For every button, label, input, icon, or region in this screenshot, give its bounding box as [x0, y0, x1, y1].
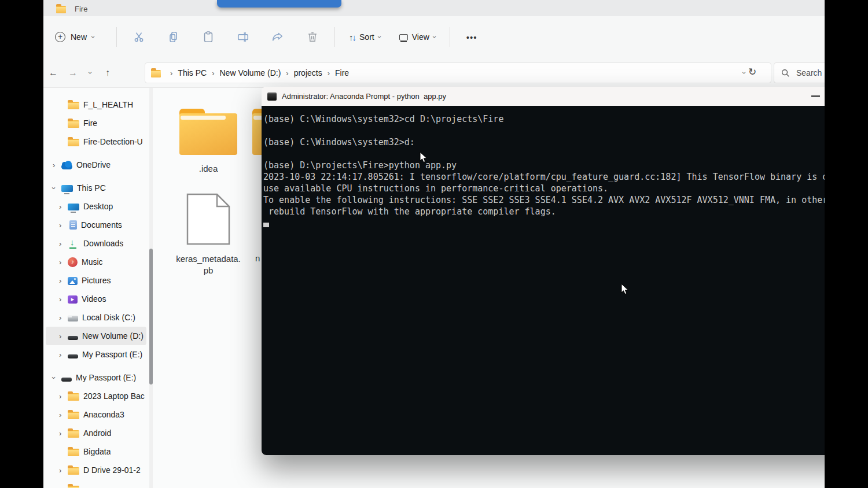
rename-button[interactable] — [236, 30, 250, 44]
sidebar-item-icon — [68, 412, 79, 419]
sidebar-item[interactable]: › Videos — [46, 290, 146, 308]
new-button[interactable]: New › — [55, 32, 94, 42]
sidebar-item[interactable]: › My Passport (E:) — [46, 345, 146, 364]
address-dropdown-chevron[interactable]: › — [740, 72, 748, 74]
terminal-line: (base) C:\Windows\system32>d: — [263, 136, 825, 148]
sidebar-item-label: Anaconda3 — [83, 410, 124, 419]
sidebar-item-label: Documents — [81, 220, 122, 230]
sidebar-item-label: Videos — [82, 294, 106, 304]
expander-chevron-icon[interactable]: › — [59, 313, 68, 322]
breadcrumb-separator: › — [328, 69, 330, 77]
tab-label: Fire — [75, 5, 87, 13]
terminal-output[interactable]: (base) C:\Windows\system32>cd D:\project… — [262, 106, 825, 455]
sidebar-item-icon — [68, 354, 78, 358]
expander-chevron-icon[interactable]: › — [59, 350, 68, 359]
sidebar-item-label: Downloads — [83, 239, 123, 248]
refresh-button[interactable]: ↻ — [748, 66, 756, 78]
expander-chevron-icon[interactable]: › — [59, 276, 68, 285]
minimize-button[interactable] — [811, 95, 820, 97]
sidebar-item[interactable]: › Android — [46, 424, 146, 442]
sidebar-item-label: New Volume (D:) — [82, 331, 144, 341]
sidebar-item-icon — [68, 238, 79, 249]
toolbar-divider — [116, 27, 117, 47]
toolbar-divider — [450, 27, 450, 47]
back-button[interactable]: ← — [43, 68, 63, 78]
sidebar-item-icon — [68, 316, 78, 321]
expander-chevron-icon[interactable]: › — [59, 295, 68, 304]
expander-chevron-icon[interactable]: › — [53, 161, 61, 169]
search-placeholder: Search — [796, 68, 822, 77]
folder-idea[interactable]: .idea — [174, 109, 243, 175]
up-button[interactable]: ↑ — [98, 68, 117, 78]
terminal-title-bar[interactable]: Administrator: Anaconda Prompt - python … — [262, 87, 825, 106]
sidebar-item-label: Fire-Detection-U — [83, 137, 143, 146]
sidebar-item[interactable]: › Local Disk (C:) — [46, 308, 146, 327]
explorer-tab-fire[interactable]: Fire — [48, 1, 95, 16]
sidebar-item[interactable]: › Documents — [46, 216, 146, 234]
recent-locations-chevron[interactable]: › — [83, 69, 98, 77]
copy-button[interactable] — [167, 30, 181, 44]
sidebar-item-label: 2023 Laptop Bac — [83, 391, 145, 401]
sidebar-item[interactable]: › My Passport (E:) — [46, 368, 146, 387]
sidebar-item[interactable]: › Fire-Detection-U — [46, 132, 146, 151]
expander-chevron-icon[interactable]: › — [59, 411, 68, 419]
cut-button[interactable] — [132, 30, 146, 44]
sidebar-item-label: F_L_HEALTH — [83, 100, 133, 109]
expander-chevron-icon[interactable]: › — [53, 184, 61, 193]
forward-button[interactable]: → — [63, 68, 83, 78]
sidebar-item[interactable]: › Desktop — [46, 197, 146, 216]
expander-chevron-icon[interactable]: › — [59, 485, 68, 488]
sidebar-item[interactable]: › Bigdata — [46, 442, 146, 461]
expander-chevron-icon[interactable]: › — [59, 332, 68, 341]
sidebar-item-icon — [68, 295, 78, 304]
breadcrumb-this-pc[interactable]: This PC — [178, 68, 207, 77]
sidebar-item[interactable]: › Fire — [46, 114, 146, 132]
sidebar-item[interactable]: › New Volume (D:) — [46, 327, 146, 345]
share-button[interactable] — [271, 30, 285, 44]
expander-chevron-icon[interactable]: › — [59, 202, 68, 211]
sidebar-item[interactable]: › Downloads — [46, 234, 146, 253]
address-breadcrumb-field[interactable]: › This PC › New Volume (D:) › projects ›… — [145, 62, 771, 83]
sidebar-item[interactable]: › F_L_HEALTH — [46, 95, 146, 114]
sidebar-item[interactable]: › Music — [46, 253, 146, 271]
terminal-line: rebuild TensorFlow with the appropriate … — [263, 206, 825, 217]
expander-chevron-icon[interactable]: › — [59, 429, 68, 438]
view-button-label: View — [412, 32, 429, 42]
delete-button[interactable] — [306, 30, 319, 44]
breadcrumb-projects[interactable]: projects — [294, 68, 322, 77]
expander-chevron-icon[interactable]: › — [59, 239, 68, 248]
expander-chevron-icon[interactable]: › — [59, 221, 68, 230]
file-keras-metadata[interactable]: keras_metadata.pb — [174, 193, 243, 276]
sidebar-item[interactable]: › 2023 Laptop Bac — [46, 387, 146, 405]
paste-button[interactable] — [201, 30, 215, 44]
breadcrumb-fire[interactable]: Fire — [335, 68, 349, 77]
sidebar-item-icon — [68, 102, 79, 109]
expander-chevron-icon[interactable]: › — [59, 466, 68, 475]
file-icon — [186, 193, 230, 245]
anaconda-prompt-window: Administrator: Anaconda Prompt - python … — [262, 87, 825, 455]
terminal-line: (base) C:\Windows\system32>cd D:\project… — [263, 113, 825, 125]
terminal-title: Administrator: Anaconda Prompt - python … — [282, 92, 446, 101]
sort-arrows-icon: ↑↓ — [349, 32, 355, 42]
sidebar-item[interactable]: › D Drive 29-01-2 — [46, 461, 146, 479]
expander-chevron-icon[interactable]: › — [59, 258, 68, 267]
sidebar-item[interactable]: › — [46, 479, 146, 488]
sidebar-item-icon — [61, 164, 72, 169]
sidebar-item[interactable]: › Anaconda3 — [46, 405, 146, 424]
file-explorer-window: Fire New › — [43, 0, 825, 488]
sidebar-item-icon — [68, 120, 79, 128]
sidebar-item-label: Android — [83, 428, 111, 438]
sort-button[interactable]: ↑↓ Sort › — [349, 32, 381, 42]
sidebar-item-icon — [68, 257, 78, 267]
breadcrumb-new-volume[interactable]: New Volume (D:) — [219, 68, 281, 77]
view-button[interactable]: View › — [399, 32, 436, 42]
sidebar-item-icon — [61, 185, 73, 192]
expander-chevron-icon[interactable]: › — [53, 374, 61, 382]
search-box[interactable]: Search — [774, 62, 825, 83]
expander-chevron-icon[interactable]: › — [59, 392, 68, 401]
terminal-line: To enable the following instructions: SS… — [263, 194, 825, 206]
more-options-button[interactable]: ••• — [466, 32, 477, 42]
sidebar-item[interactable]: › This PC — [46, 179, 146, 197]
sidebar-item[interactable]: › Pictures — [46, 271, 146, 290]
sidebar-item[interactable]: › OneDrive — [46, 156, 146, 174]
